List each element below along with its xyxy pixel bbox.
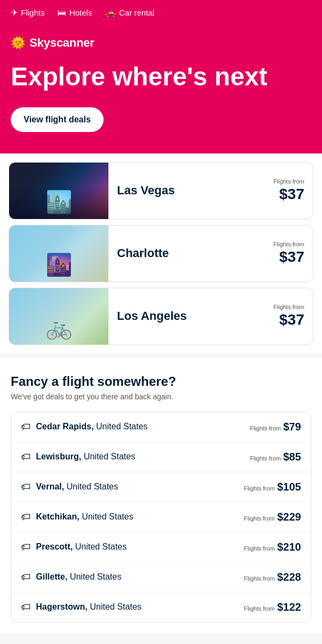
tag-icon-ketchikan: 🏷 bbox=[21, 511, 31, 523]
dest-country-prescott: United States bbox=[75, 542, 127, 551]
las-vegas-image bbox=[9, 163, 108, 219]
dest-cedar-rapids[interactable]: 🏷 Cedar Rapids, United States Flights fr… bbox=[11, 412, 311, 442]
dest-country-gillette: United States bbox=[70, 572, 121, 581]
los-angeles-price: $37 bbox=[279, 311, 304, 328]
dest-name-vernal: Vernal, United States bbox=[36, 482, 118, 492]
dest-from-vernal: Flights from bbox=[244, 485, 275, 492]
tag-icon-lewisburg: 🏷 bbox=[21, 451, 31, 463]
tag-icon-gillette: 🏷 bbox=[21, 572, 31, 583]
dest-price-vernal: Flights from $105 bbox=[244, 481, 301, 493]
dest-price-lewisburg: Flights from $85 bbox=[250, 451, 301, 463]
dest-name-prescott: Prescott, United States bbox=[36, 542, 127, 552]
dest-hagerstown[interactable]: 🏷 Hagerstown, United States Flights from… bbox=[11, 592, 311, 622]
dest-left-lewisburg: 🏷 Lewisburg, United States bbox=[21, 451, 135, 463]
dest-price-val-cedar-rapids: $79 bbox=[283, 421, 301, 433]
dest-lewisburg[interactable]: 🏷 Lewisburg, United States Flights from … bbox=[11, 442, 311, 472]
dest-name-hagerstown: Hagerstown, United States bbox=[36, 602, 142, 612]
dest-name-lewisburg: Lewisburg, United States bbox=[36, 452, 135, 462]
nav-hotels[interactable]: 🛏 Hotels bbox=[57, 8, 92, 18]
dest-price-gillette: Flights from $228 bbox=[244, 571, 301, 583]
tag-icon-vernal: 🏷 bbox=[21, 481, 31, 493]
dest-price-prescott: Flights from $210 bbox=[244, 541, 301, 553]
dest-left-ketchikan: 🏷 Ketchikan, United States bbox=[21, 511, 133, 523]
los-angeles-image bbox=[9, 288, 108, 345]
nav-hotels-label: Hotels bbox=[69, 8, 92, 17]
nav-car-rental[interactable]: 🚗 Car rental bbox=[105, 8, 155, 18]
dest-price-ketchikan: Flights from $229 bbox=[244, 511, 301, 523]
flights-icon: ✈ bbox=[11, 8, 18, 18]
los-angeles-city: Los Angeles bbox=[117, 309, 187, 323]
las-vegas-price-area: Flights from $37 bbox=[265, 172, 313, 209]
tag-icon-cedar-rapids: 🏷 bbox=[21, 421, 31, 433]
tag-icon-prescott: 🏷 bbox=[21, 541, 31, 553]
dest-prescott[interactable]: 🏷 Prescott, United States Flights from $… bbox=[11, 532, 311, 562]
las-vegas-city: Las Vegas bbox=[117, 184, 175, 197]
flight-cards-section: Las Vegas Flights from $37 Charlotte Fli… bbox=[0, 153, 322, 354]
las-vegas-info: Las Vegas bbox=[108, 177, 265, 204]
logo-area: 🌞 Skyscanner bbox=[11, 36, 311, 50]
charlotte-image bbox=[9, 225, 108, 282]
charlotte-price: $37 bbox=[279, 248, 304, 265]
dest-left-vernal: 🏷 Vernal, United States bbox=[21, 481, 118, 493]
charlotte-flights-from: Flights from bbox=[274, 241, 304, 247]
charlotte-info: Charlotte bbox=[108, 240, 265, 267]
dest-gillette[interactable]: 🏷 Gillette, United States Flights from $… bbox=[11, 562, 311, 592]
fancy-section: Fancy a flight somewhere? We've got deal… bbox=[0, 358, 322, 633]
las-vegas-price: $37 bbox=[279, 186, 304, 202]
logo-text: Skyscanner bbox=[30, 36, 94, 50]
los-angeles-info: Los Angeles bbox=[108, 303, 265, 330]
dest-left-gillette: 🏷 Gillette, United States bbox=[21, 572, 121, 583]
dest-country-vernal: United States bbox=[67, 482, 118, 491]
los-angeles-flights-from: Flights from bbox=[274, 304, 304, 310]
flight-card-charlotte[interactable]: Charlotte Flights from $37 bbox=[9, 225, 313, 282]
view-flight-deals-button[interactable]: View flight deals bbox=[11, 107, 104, 132]
dest-price-val-ketchikan: $229 bbox=[277, 511, 302, 523]
dest-price-val-prescott: $210 bbox=[277, 541, 302, 553]
hotels-icon: 🛏 bbox=[57, 8, 66, 18]
dest-name-ketchikan: Ketchikan, United States bbox=[36, 512, 133, 522]
destination-list: 🏷 Cedar Rapids, United States Flights fr… bbox=[11, 412, 311, 623]
dest-left-prescott: 🏷 Prescott, United States bbox=[21, 541, 127, 553]
top-nav: ✈ Flights 🛏 Hotels 🚗 Car rental bbox=[0, 0, 322, 25]
dest-price-val-gillette: $228 bbox=[277, 571, 302, 583]
dest-country-hagerstown: United States bbox=[90, 602, 141, 611]
tag-icon-hagerstown: 🏷 bbox=[21, 602, 31, 613]
dest-from-gillette: Flights from bbox=[244, 575, 275, 582]
fancy-title: Fancy a flight somewhere? bbox=[11, 374, 311, 389]
dest-from-hagerstown: Flights from bbox=[244, 605, 275, 612]
dest-price-val-vernal: $105 bbox=[277, 481, 302, 493]
dest-ketchikan[interactable]: 🏷 Ketchikan, United States Flights from … bbox=[11, 502, 311, 532]
dest-from-lewisburg: Flights from bbox=[250, 455, 281, 462]
dest-name-gillette: Gillette, United States bbox=[36, 572, 121, 582]
las-vegas-flights-from: Flights from bbox=[274, 178, 304, 185]
dest-vernal[interactable]: 🏷 Vernal, United States Flights from $10… bbox=[11, 472, 311, 502]
los-angeles-price-area: Flights from $37 bbox=[265, 297, 313, 335]
flight-card-las-vegas[interactable]: Las Vegas Flights from $37 bbox=[9, 162, 313, 219]
dest-country-ketchikan: United States bbox=[82, 512, 133, 521]
charlotte-city: Charlotte bbox=[117, 246, 169, 260]
charlotte-price-area: Flights from $37 bbox=[265, 235, 313, 272]
dest-left-hagerstown: 🏷 Hagerstown, United States bbox=[21, 602, 142, 613]
dest-name-cedar-rapids: Cedar Rapids, United States bbox=[36, 422, 148, 431]
dest-price-val-lewisburg: $85 bbox=[283, 451, 301, 463]
dest-left-cedar-rapids: 🏷 Cedar Rapids, United States bbox=[21, 421, 148, 433]
skyscanner-logo-icon: 🌞 bbox=[11, 36, 25, 50]
nav-car-label: Car rental bbox=[119, 8, 155, 17]
flight-card-los-angeles[interactable]: Los Angeles Flights from $37 bbox=[9, 288, 313, 345]
car-icon: 🚗 bbox=[105, 8, 116, 18]
dest-from-ketchikan: Flights from bbox=[244, 515, 275, 522]
hero-title: Explore where's next bbox=[11, 63, 311, 91]
hero-section: 🌞 Skyscanner Explore where's next View f… bbox=[0, 25, 322, 153]
nav-flights-label: Flights bbox=[21, 8, 45, 17]
dest-from-cedar-rapids: Flights from bbox=[250, 425, 281, 431]
dest-country-lewisburg: United States bbox=[84, 452, 135, 461]
fancy-subtitle: We've got deals to get you there and bac… bbox=[11, 392, 311, 401]
dest-price-val-hagerstown: $122 bbox=[277, 601, 302, 613]
dest-country-cedar-rapids: United States bbox=[96, 422, 148, 431]
nav-flights[interactable]: ✈ Flights bbox=[11, 8, 45, 18]
dest-price-cedar-rapids: Flights from $79 bbox=[250, 421, 301, 433]
dest-price-hagerstown: Flights from $122 bbox=[244, 601, 301, 613]
dest-from-prescott: Flights from bbox=[244, 545, 275, 552]
